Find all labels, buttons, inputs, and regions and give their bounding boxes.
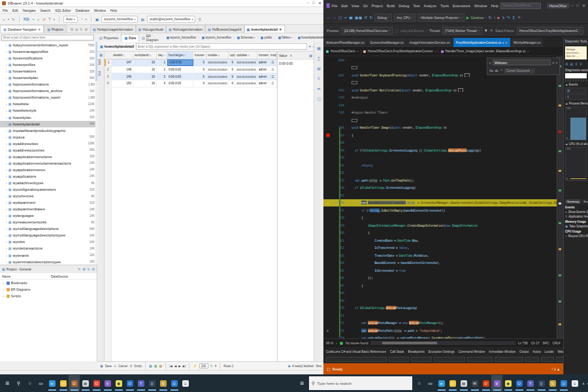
code-line-751[interactable]: 751 return; — [323, 161, 557, 169]
code-line-757[interactable]: 757 if (!string.IsNullOrEmpty(base64Cont… — [323, 206, 557, 214]
start-button[interactable]: ⊞ — [297, 375, 308, 391]
code-editor[interactable]: 640 641 void SenderTimer_KeyboardTrackin… — [323, 56, 557, 338]
issues-status[interactable]: No issues found — [346, 342, 368, 345]
cell-insdate[interactable]: 2021-03-24 14:18:01 — [206, 67, 229, 73]
cell-hourranges[interactable]: 0:00-0:00 — [167, 59, 193, 66]
panel-tab-projects[interactable]: ▦Projects — [44, 25, 67, 33]
cell-upddate[interactable]: 2021-03-24 14:18:01 — [235, 59, 257, 66]
expand-icon[interactable]: › — [6, 122, 7, 126]
editor-scrollbar[interactable] — [557, 56, 563, 338]
edge-icon[interactable]: e — [46, 375, 57, 391]
panel-tab-immediate-window[interactable]: Immediate Window — [489, 350, 515, 353]
code-line-766[interactable]: 766 }); — [323, 274, 557, 282]
document-tab-ImageInformationService.cs[interactable]: ImageInformationService.cs — [407, 38, 453, 47]
cell-day[interactable]: 2 — [157, 67, 167, 73]
code-line-756[interactable]: →756 var base64ContentScreenshotstring =… — [323, 199, 557, 207]
cell-upduser[interactable]: 6 — [229, 80, 235, 87]
filter-history-icon[interactable]: ▾ — [309, 44, 311, 48]
cell-insuser[interactable]: 6 — [193, 73, 206, 80]
expand-icon[interactable]: › — [6, 89, 7, 93]
outlook-icon[interactable]: O — [124, 375, 135, 391]
glyph-margin[interactable] — [323, 133, 332, 137]
refresh-icon[interactable]: ↻ — [210, 364, 213, 368]
code-line-765[interactable]: 765 IsScreenshot = true — [323, 267, 557, 274]
nav-type-dropdown[interactable]: HomeOfficeClient.FreyWorkApplicationCont… — [368, 50, 433, 53]
vs-menu-project[interactable]: Project — [372, 4, 383, 8]
prev-page-icon[interactable]: ◀ — [174, 365, 176, 368]
row-number[interactable]: 4 — [105, 80, 112, 87]
code-line-753[interactable]: 753 var pathstring = Path.GetTempPath(); — [323, 176, 557, 184]
dbeaver-menu-window[interactable]: Window — [94, 8, 106, 12]
tree-item-wyattachmenttypes[interactable]: ›▦wyattachmenttypes8K — [0, 180, 97, 186]
nav-member-dropdown[interactable]: HandlerTimer_Image(object sender, Elapse… — [446, 50, 526, 53]
cell-upduser[interactable]: 6 — [229, 59, 235, 66]
editor-tab[interactable]: ▦HoImageInformation — [166, 25, 205, 33]
code-line-692[interactable]: 692 void SenderTimer_Notification(object… — [323, 86, 557, 94]
find-dropdown-icon[interactable]: ▾ — [552, 61, 554, 65]
cell-day[interactable]: 1 — [157, 59, 167, 66]
step-over-icon[interactable]: ↷ — [507, 15, 510, 20]
expand-icon[interactable]: › — [3, 294, 4, 298]
visual-studio-icon[interactable]: ∨ — [102, 375, 113, 391]
expand-icon[interactable]: › — [3, 287, 4, 291]
close-icon[interactable]: ✕ — [582, 3, 585, 8]
row-number[interactable]: 3 — [105, 73, 112, 80]
grouping-icon[interactable]: ≡ — [318, 76, 320, 80]
tree-item-tmpdashboardproductivitygraphic[interactable]: ›▦tmpdashboardproductivitygraphic — [0, 127, 97, 134]
breadcrumb-item[interactable]: wysomt_homeoffice — [201, 35, 233, 40]
cell-insip[interactable]: ::1 — [269, 67, 277, 73]
dbeaver-menu-sql-editor[interactable]: SQL Editor — [55, 8, 71, 12]
background-tasks-icon[interactable]: ▢ — [327, 367, 331, 371]
panel-tab-box[interactable] — [389, 357, 409, 362]
taskbar-search-box[interactable]: ⚲ Type here to search — [309, 376, 412, 390]
tree-item-wydepartment[interactable]: ›▦wydepartment32K — [0, 199, 97, 206]
code-line-769[interactable]: 769 — [323, 297, 557, 304]
vs-menu-tools[interactable]: Tools — [440, 4, 449, 8]
project-name-column[interactable]: Name — [0, 274, 51, 278]
visual-studio-icon[interactable]: ∨ — [491, 375, 502, 391]
tree-item-wymeasurementunits[interactable]: ›▦wymeasurementunits8K — [0, 219, 97, 225]
zoom-level[interactable]: 99 % — [326, 342, 333, 345]
sort-icon[interactable]: ⇅ — [184, 54, 186, 57]
column-header-hourranges[interactable]: hourranges⇅ — [167, 52, 193, 59]
tree-item-wyroles[interactable]: ›▦wyroles24K — [0, 238, 97, 245]
expand-icon[interactable]: › — [6, 246, 7, 250]
close-icon[interactable]: ✕ — [38, 27, 41, 31]
step-into-icon[interactable]: ↴ — [502, 15, 505, 20]
breadcrumb-item[interactable]: public — [259, 35, 273, 40]
tree-item-howorkplandetail[interactable]: ›▦howorkplandetail64K — [0, 121, 97, 127]
filter-icon[interactable]: ▼ — [484, 29, 488, 33]
calc-panel-icon[interactable]: ∑ — [318, 56, 320, 60]
close-icon[interactable]: ✕ — [289, 54, 292, 57]
metadata-icon[interactable]: ▤ — [317, 66, 321, 71]
connect-icon[interactable]: ⌁ — [3, 17, 5, 22]
sort-icon[interactable]: ⇅ — [150, 54, 152, 57]
code-line-772[interactable]: 772 var webcamPhotoManager = new WebcamP… — [323, 319, 557, 327]
expand-icon[interactable]: › — [6, 188, 7, 191]
cell-insuser[interactable]: 6 — [193, 59, 206, 66]
link-editor-icon[interactable]: ⇄ — [75, 27, 78, 31]
info-icon[interactable]: ⓘ — [317, 97, 321, 103]
panel-tab-breakpoints[interactable]: Breakpoints — [408, 350, 425, 353]
expand-icon[interactable]: › — [6, 240, 7, 244]
expand-icon[interactable]: › — [6, 220, 7, 224]
teams-icon[interactable]: T — [135, 375, 146, 391]
row-number[interactable]: 1 — [105, 59, 112, 66]
expand-icon[interactable]: › — [6, 155, 7, 159]
opera-icon[interactable]: O — [91, 375, 102, 391]
rollback-icon[interactable]: ↺ — [42, 17, 46, 22]
row-number[interactable]: 2 — [105, 67, 112, 73]
grid-corner[interactable] — [105, 52, 112, 59]
column-header-upduser[interactable]: upduser⇅ — [229, 52, 235, 59]
collapsed-region-box[interactable] — [351, 81, 357, 84]
lifecycle-events-button[interactable]: Lifecycle Events — [400, 29, 424, 33]
code-line-747[interactable]: 747 { — [323, 131, 557, 139]
cell-insuser[interactable]: 6 — [193, 67, 206, 73]
tray-icon-0[interactable]: ∧ — [582, 382, 585, 385]
save-all-icon[interactable]: ▣▣ — [355, 15, 362, 20]
redo-icon[interactable]: ↻ — [369, 15, 372, 20]
show-events-link[interactable]: ●Show Events (0 — [564, 209, 588, 214]
regex-toggle[interactable]: .* — [500, 69, 502, 73]
process-dropdown[interactable]: [22188] HomeOfficeClient.exe▾ — [341, 27, 393, 35]
glyph-margin[interactable]: → — [323, 201, 332, 205]
